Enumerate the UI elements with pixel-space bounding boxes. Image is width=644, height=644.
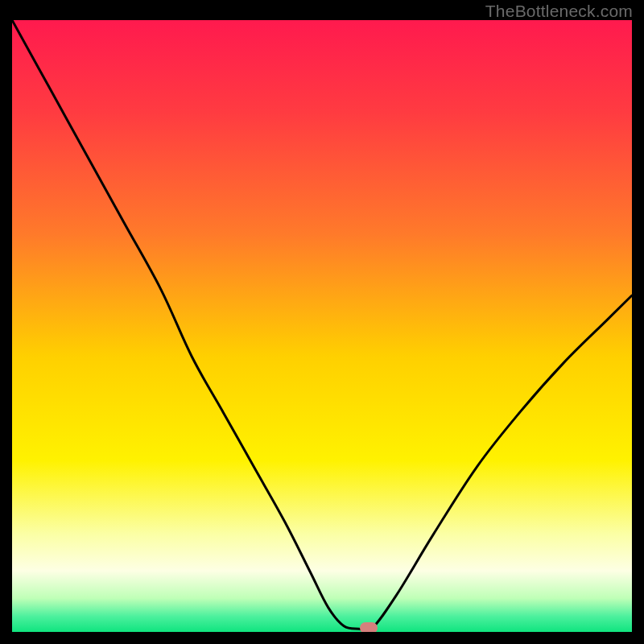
chart-stage: TheBottleneck.com	[0, 0, 644, 644]
bottleneck-curve	[12, 20, 632, 632]
optimal-marker	[360, 622, 378, 632]
watermark-text: TheBottleneck.com	[485, 2, 633, 21]
plot-area	[12, 20, 632, 632]
curve-layer	[12, 20, 632, 632]
